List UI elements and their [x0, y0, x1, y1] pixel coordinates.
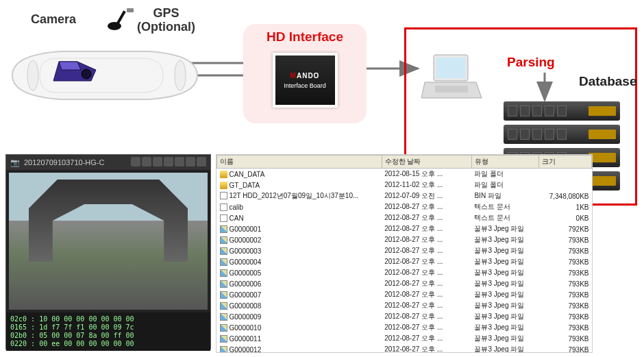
file-row[interactable]: G00000072012-08-27 오후 ...꿀뷰3 Jpeg 파일793K…: [217, 289, 592, 300]
file-size-cell: 7,348,080KB: [539, 190, 592, 201]
file-row[interactable]: G00000052012-08-27 오후 ...꿀뷰3 Jpeg 파일793K…: [217, 267, 592, 278]
file-size-cell: 793KB: [539, 245, 592, 256]
file-size-cell: 792KB: [539, 223, 592, 234]
svg-rect-15: [435, 86, 468, 93]
file-row[interactable]: G00000102012-08-27 오후 ...꿀뷰3 Jpeg 파일793K…: [217, 322, 592, 333]
camera-icon: 📷: [10, 158, 20, 167]
file-type-cell: 꿀뷰3 Jpeg 파일: [471, 234, 538, 245]
file-type-cell: 꿀뷰3 Jpeg 파일: [471, 289, 538, 300]
file-row[interactable]: GT_DATA2012-11-02 오후 ...파일 폴더: [217, 180, 592, 190]
file-date-cell: 2012-07-09 오전 ...: [382, 190, 471, 201]
file-row[interactable]: G00000022012-08-27 오후 ...꿀뷰3 Jpeg 파일793K…: [217, 234, 592, 245]
file-name-cell: 12T HDD_2012년07월09일_10시37분10...: [217, 190, 382, 201]
file-type-cell: 꿀뷰3 Jpeg 파일: [471, 267, 538, 278]
file-name-cell: G0000001: [217, 223, 382, 234]
file-name-cell: G0000005: [217, 267, 382, 278]
file-size-cell: 793KB: [539, 322, 592, 333]
column-header[interactable]: 유형: [471, 156, 538, 169]
file-size-cell: 793KB: [539, 234, 592, 245]
file-name-cell: GT_DATA: [217, 180, 382, 190]
file-type-cell: 꿀뷰3 Jpeg 파일: [471, 322, 538, 333]
file-name-cell: CAN_DATA: [217, 169, 382, 180]
video-frame-view[interactable]: [9, 173, 208, 310]
file-type-cell: 꿀뷰3 Jpeg 파일: [471, 344, 538, 353]
file-type-cell: 꿀뷰3 Jpeg 파일: [471, 278, 538, 289]
image-file-icon: [220, 302, 227, 310]
file-date-cell: 2012-08-27 오후 ...: [382, 234, 471, 245]
file-date-cell: 2012-08-27 오후 ...: [382, 311, 471, 322]
file-name-cell: G0000002: [217, 234, 382, 245]
column-header[interactable]: 이름: [217, 156, 382, 169]
file-date-cell: 2012-08-27 오후 ...: [382, 333, 471, 344]
gps-icon: [106, 7, 134, 37]
file-row[interactable]: calib2012-08-27 오후 ...텍스트 문서1KB: [217, 201, 592, 212]
video-analysis-window: 📷 20120709103710-HG-C 02c0 : 10 00 00 00…: [5, 154, 211, 349]
server-unit: [504, 101, 620, 121]
file-row[interactable]: CAN_DATA2012-08-15 오후 ...파일 폴더: [217, 169, 592, 180]
file-size-cell: 793KB: [539, 300, 592, 311]
file-date-cell: 2012-08-27 오후 ...: [382, 278, 471, 289]
server-unit: [504, 125, 620, 144]
column-header[interactable]: 수정한 날짜: [382, 156, 471, 169]
file-name-cell: G0000003: [217, 245, 382, 256]
image-file-icon: [220, 236, 227, 244]
file-type-cell: 파일 폴더: [471, 169, 538, 180]
file-type-cell: 텍스트 문서: [471, 212, 538, 223]
file-date-cell: 2012-08-27 오후 ...: [382, 245, 471, 256]
file-size-cell: [539, 169, 592, 180]
file-type-cell: 꿀뷰3 Jpeg 파일: [471, 300, 538, 311]
file-size-cell: 793KB: [539, 311, 592, 322]
file-size-cell: [539, 180, 592, 190]
file-size-cell: 793KB: [539, 333, 592, 344]
laptop-icon: [421, 51, 483, 106]
car-illustration: [5, 41, 204, 110]
svg-point-11: [175, 60, 186, 90]
file-date-cell: 2012-08-27 오후 ...: [382, 256, 471, 267]
image-file-icon: [220, 269, 227, 277]
file-icon: [220, 204, 227, 211]
image-file-icon: [220, 258, 227, 266]
file-explorer-list[interactable]: 이름수정한 날짜유형크기 CAN_DATA2012-08-15 오후 ...파일…: [216, 154, 593, 353]
file-row[interactable]: G00000062012-08-27 오후 ...꿀뷰3 Jpeg 파일793K…: [217, 278, 592, 289]
parsing-label: Parsing: [507, 55, 555, 70]
database-label: Database: [579, 74, 637, 89]
file-date-cell: 2012-08-27 오후 ...: [382, 212, 471, 223]
file-date-cell: 2012-11-02 오후 ...: [382, 180, 471, 190]
svg-rect-14: [436, 58, 465, 78]
file-name-cell: CAN: [217, 212, 382, 223]
video-title-text: 20120709103710-HG-C: [24, 158, 104, 167]
file-date-cell: 2012-08-27 오후 ...: [382, 300, 471, 311]
file-row[interactable]: G00000092012-08-27 오후 ...꿀뷰3 Jpeg 파일793K…: [217, 311, 592, 322]
file-name-cell: calib: [217, 201, 382, 212]
file-size-cell: 793KB: [539, 256, 592, 267]
file-row[interactable]: G00000112012-08-27 오후 ...꿀뷰3 Jpeg 파일793K…: [217, 333, 592, 344]
file-row[interactable]: G00000082012-08-27 오후 ...꿀뷰3 Jpeg 파일793K…: [217, 300, 592, 311]
hex-dump-panel: 02c0 : 10 00 00 00 00 00 00 00 0165 : 1d…: [6, 312, 210, 351]
camera-label: Camera: [31, 12, 76, 27]
file-row[interactable]: G00000032012-08-27 오후 ...꿀뷰3 Jpeg 파일793K…: [217, 245, 592, 256]
file-type-cell: 텍스트 문서: [471, 201, 538, 212]
file-row[interactable]: 12T HDD_2012년07월09일_10시37분10...2012-07-0…: [217, 190, 592, 201]
column-header[interactable]: 크기: [539, 156, 592, 169]
toolbar-icons[interactable]: [129, 157, 206, 168]
file-name-cell: G0000009: [217, 311, 382, 322]
underpass-scene: [29, 180, 188, 262]
file-icon: [220, 192, 227, 199]
image-file-icon: [220, 280, 227, 288]
file-row[interactable]: G00000042012-08-27 오후 ...꿀뷰3 Jpeg 파일793K…: [217, 256, 592, 267]
file-date-cell: 2012-08-27 오후 ...: [382, 322, 471, 333]
file-row[interactable]: G00000012012-08-27 오후 ...꿀뷰3 Jpeg 파일792K…: [217, 223, 592, 234]
file-date-cell: 2012-08-27 오후 ...: [382, 289, 471, 300]
file-row[interactable]: CAN2012-08-27 오후 ...텍스트 문서0KB: [217, 212, 592, 223]
image-file-icon: [220, 313, 227, 321]
file-date-cell: 2012-08-27 오후 ...: [382, 223, 471, 234]
file-name-cell: G0000012: [217, 344, 382, 353]
video-window-titlebar[interactable]: 📷 20120709103710-HG-C: [6, 155, 210, 170]
file-size-cell: 793KB: [539, 289, 592, 300]
file-date-cell: 2012-08-15 오후 ...: [382, 169, 471, 180]
board-label: Interface Board: [284, 82, 326, 89]
image-file-icon: [220, 291, 227, 299]
image-file-icon: [220, 247, 227, 255]
file-size-cell: 793KB: [539, 278, 592, 289]
file-row[interactable]: G00000122012-08-27 오후 ...꿀뷰3 Jpeg 파일793K…: [217, 344, 592, 353]
